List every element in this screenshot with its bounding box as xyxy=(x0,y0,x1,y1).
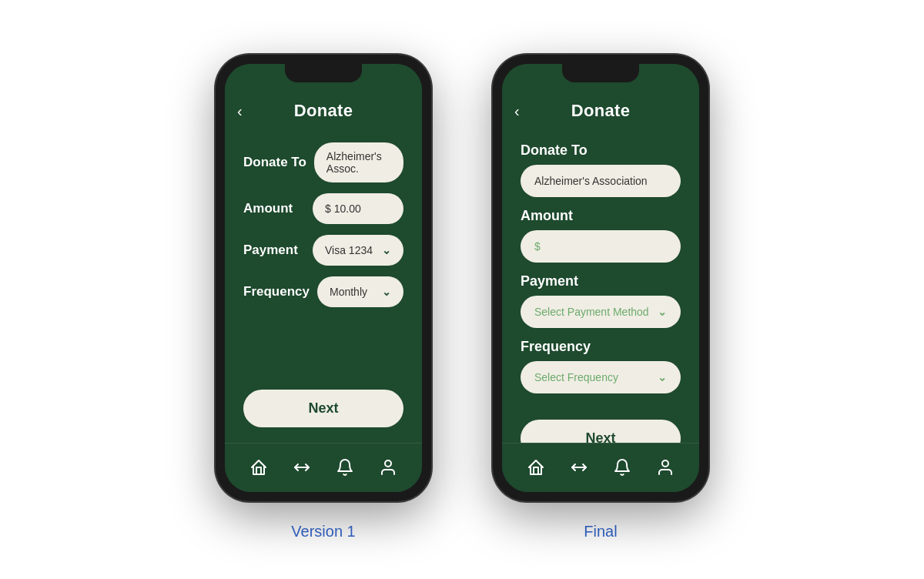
transfer-nav-v1[interactable] xyxy=(288,453,316,481)
user-icon-v1 xyxy=(379,458,397,477)
transfer-icon-v1 xyxy=(293,458,311,477)
phone-final: ‹ Donate Donate To Alzheimer's Associati… xyxy=(493,55,708,501)
app-header-final: ‹ Donate xyxy=(502,95,699,130)
final-label: Final xyxy=(584,523,617,541)
donate-to-label-final: Donate To xyxy=(521,142,681,159)
user-nav-v1[interactable] xyxy=(374,453,402,481)
phone-notch-v1 xyxy=(285,64,362,82)
amount-section-final: Amount $ xyxy=(521,208,681,263)
version1-label: Version 1 xyxy=(291,523,355,541)
payment-row-v1: Payment Visa 1234 ⌄ xyxy=(243,235,403,266)
phone-version1: ‹ Donate Donate To Alzheimer's Assoc. Am… xyxy=(216,55,431,501)
screen-version1: ‹ Donate Donate To Alzheimer's Assoc. Am… xyxy=(225,64,422,492)
svg-point-0 xyxy=(385,460,391,467)
home-nav-v1[interactable] xyxy=(245,453,273,481)
chevron-down-icon-frequency-v1: ⌄ xyxy=(382,286,391,298)
frequency-value-v1: Monthly xyxy=(330,286,367,298)
final-wrapper: ‹ Donate Donate To Alzheimer's Associati… xyxy=(493,55,708,541)
chevron-down-icon-frequency-final: ⌄ xyxy=(658,371,667,383)
app-content-final: Donate To Alzheimer's Association Amount… xyxy=(502,130,699,443)
donate-to-section-final: Donate To Alzheimer's Association xyxy=(521,142,681,197)
payment-placeholder-final: Select Payment Method xyxy=(534,306,649,318)
payment-label-v1: Payment xyxy=(243,243,305,258)
amount-label-v1: Amount xyxy=(243,201,305,216)
home-nav-final[interactable] xyxy=(522,453,550,481)
next-button-final[interactable]: Next xyxy=(521,420,681,443)
payment-value-v1: Visa 1234 xyxy=(325,244,373,256)
donate-to-field-final[interactable]: Alzheimer's Association xyxy=(521,165,681,197)
back-button-final[interactable]: ‹ xyxy=(514,103,520,119)
payment-label-final: Payment xyxy=(521,273,681,290)
amount-row-v1: Amount $ 10.00 xyxy=(243,193,403,224)
donate-to-row-v1: Donate To Alzheimer's Assoc. xyxy=(243,142,403,182)
amount-label-final: Amount xyxy=(521,208,681,224)
back-button-v1[interactable]: ‹ xyxy=(237,103,243,119)
phones-container: ‹ Donate Donate To Alzheimer's Assoc. Am… xyxy=(216,24,708,556)
app-title-v1: Donate xyxy=(294,101,353,121)
user-icon-final xyxy=(656,458,675,477)
transfer-nav-final[interactable] xyxy=(565,453,593,481)
amount-field-v1[interactable]: $ 10.00 xyxy=(313,193,403,224)
donate-to-value-final: Alzheimer's Association xyxy=(534,175,648,187)
frequency-field-final[interactable]: Select Frequency ⌄ xyxy=(521,361,681,393)
bell-nav-final[interactable] xyxy=(608,453,636,481)
donate-to-label-v1: Donate To xyxy=(243,155,306,170)
chevron-down-icon-payment-v1: ⌄ xyxy=(382,244,391,256)
frequency-row-v1: Frequency Monthly ⌄ xyxy=(243,276,403,307)
home-icon-v1 xyxy=(249,458,268,477)
svg-point-1 xyxy=(662,460,668,467)
next-button-v1[interactable]: Next xyxy=(243,390,403,427)
frequency-placeholder-final: Select Frequency xyxy=(534,371,618,383)
amount-placeholder-final: $ xyxy=(534,240,541,253)
bottom-nav-final xyxy=(502,443,699,492)
app-title-final: Donate xyxy=(571,101,630,121)
frequency-field-v1[interactable]: Monthly ⌄ xyxy=(317,276,403,307)
frequency-section-final: Frequency Select Frequency ⌄ xyxy=(521,339,681,393)
bell-nav-v1[interactable] xyxy=(331,453,359,481)
app-header-v1: ‹ Donate xyxy=(225,95,422,130)
chevron-down-icon-payment-final: ⌄ xyxy=(658,306,667,318)
version1-wrapper: ‹ Donate Donate To Alzheimer's Assoc. Am… xyxy=(216,55,431,541)
bell-icon-final xyxy=(613,458,631,477)
amount-field-final[interactable]: $ xyxy=(521,230,681,263)
frequency-label-final: Frequency xyxy=(521,339,681,355)
payment-field-v1[interactable]: Visa 1234 ⌄ xyxy=(313,235,403,266)
amount-value-v1: $ 10.00 xyxy=(325,202,361,215)
phone-notch-final xyxy=(562,64,639,82)
payment-section-final: Payment Select Payment Method ⌄ xyxy=(521,273,681,328)
transfer-icon-final xyxy=(570,458,588,477)
payment-field-final[interactable]: Select Payment Method ⌄ xyxy=(521,296,681,328)
donate-to-value-v1: Alzheimer's Assoc. xyxy=(326,150,391,175)
bottom-nav-v1 xyxy=(225,443,422,492)
screen-final: ‹ Donate Donate To Alzheimer's Associati… xyxy=(502,64,699,492)
frequency-label-v1: Frequency xyxy=(243,284,310,300)
donate-to-field-v1[interactable]: Alzheimer's Assoc. xyxy=(314,142,403,182)
bell-icon-v1 xyxy=(336,458,354,477)
home-icon-final xyxy=(527,458,545,477)
app-content-v1: Donate To Alzheimer's Assoc. Amount $ 10… xyxy=(225,130,422,443)
user-nav-final[interactable] xyxy=(651,453,679,481)
